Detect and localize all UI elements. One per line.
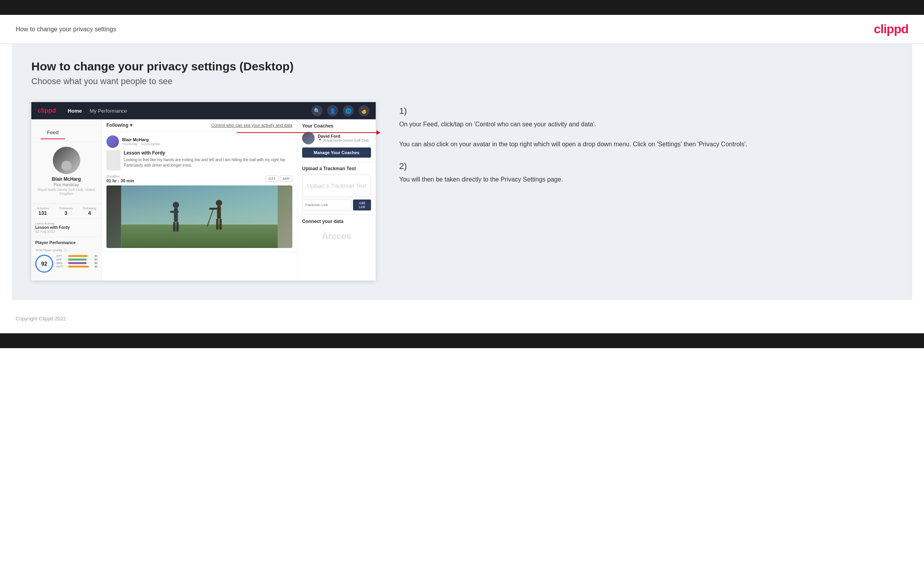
connect-section: Connect your data Arccos <box>297 215 376 249</box>
header: How to change your privacy settings clip… <box>0 15 924 44</box>
svg-rect-10 <box>216 219 219 230</box>
post-image <box>106 185 292 248</box>
nav-icons: 🔍 👤 🌐 🧑 <box>312 105 369 116</box>
quality-circle: 92 <box>35 255 53 273</box>
page-heading: How to change your privacy settings (Des… <box>31 60 893 73</box>
step2-text: You will then be taken directly to the P… <box>399 174 893 185</box>
trackman-input[interactable] <box>302 200 351 210</box>
red-arrow-line <box>237 132 377 133</box>
bar-arg: ARG 86 <box>56 262 97 264</box>
copyright: Copyright Clippd 2022 <box>16 316 66 322</box>
app-feed: Following ▾ Control who can see your act… <box>102 119 297 280</box>
trackman-section: Upload a Trackman Test Upload a Trackman… <box>297 162 376 215</box>
trackman-link-box: Upload a Trackman Test <box>302 174 371 197</box>
tag-app: APP <box>280 176 292 182</box>
following-label: Following <box>83 207 96 210</box>
coaches-title: Your Coaches <box>302 123 371 129</box>
stat-followers: Followers 3 <box>59 207 72 216</box>
logo: clippd <box>874 22 908 36</box>
globe-icon[interactable]: 🌐 <box>343 105 354 116</box>
arccos-label: Arccos <box>302 227 371 245</box>
instruction-step-2: 2) You will then be taken directly to th… <box>399 161 893 185</box>
trackman-input-row: Add Link <box>302 200 371 210</box>
stats-row: Activities 131 Followers 3 Following 4 <box>31 204 101 219</box>
user-icon[interactable]: 👤 <box>327 105 338 116</box>
stat-activities: Activities 131 <box>36 207 49 216</box>
post-card: Blair McHarg Yesterday · Sunningdale Les… <box>102 131 297 252</box>
post-user-name: Blair McHarg <box>122 137 160 142</box>
app-logo-mock: clippd <box>38 107 56 114</box>
duration-row: Duration 01 hr : 30 min OTT APP <box>106 174 292 183</box>
latest-activity-date: 03 Aug 2022 <box>35 230 97 234</box>
trackman-title: Upload a Trackman Test <box>302 166 371 171</box>
avatar <box>53 147 80 174</box>
post-description: Looking to feel like my hands are exitin… <box>124 157 292 168</box>
followers-value: 3 <box>59 210 72 216</box>
user-name: Blair McHarg <box>35 176 97 182</box>
coach-avatar <box>302 132 315 144</box>
svg-rect-4 <box>170 211 179 213</box>
app-body: Feed Blair McHarg Plus Handicap Royal No… <box>31 119 376 280</box>
step1-number: 1) <box>399 106 893 116</box>
following-button[interactable]: Following ▾ <box>106 122 132 128</box>
following-bar: Following ▾ Control who can see your act… <box>102 119 297 131</box>
svg-rect-3 <box>174 208 178 222</box>
avatar-circle <box>61 161 72 171</box>
step1-text: On your Feed, click/tap on 'Control who … <box>399 119 893 149</box>
top-bar <box>0 0 924 15</box>
coach-club: 📍 Royal North Devon Golf Club <box>318 138 369 142</box>
following-value: 4 <box>83 210 96 216</box>
tag-ott: OTT <box>266 176 278 182</box>
instructions-panel: 1) On your Feed, click/tap on 'Control w… <box>391 102 893 196</box>
post-avatar <box>106 135 119 148</box>
app-right-panel: Your Coaches David Ford 📍 Royal North De… <box>297 119 376 280</box>
activities-value: 131 <box>36 210 49 216</box>
stat-following: Following 4 <box>83 207 96 216</box>
nav-home[interactable]: Home <box>68 108 82 114</box>
user-profile: Blair McHarg Plus Handicap Royal North D… <box>31 142 101 204</box>
svg-rect-11 <box>220 219 222 230</box>
svg-rect-1 <box>121 225 278 248</box>
quality-bars: OTT 90 APP 85 <box>56 255 97 269</box>
user-badge: Plus Handicap <box>35 183 97 187</box>
svg-point-2 <box>173 202 179 208</box>
golf-scene-svg <box>106 185 292 248</box>
control-privacy-link[interactable]: Control who can see your activity and da… <box>211 123 292 128</box>
player-performance: Player Performance Total Player Quality … <box>31 237 101 276</box>
quality-row: 92 OTT 90 APP <box>35 255 97 273</box>
user-club: Royal North Devon Golf Club, United King… <box>35 188 97 196</box>
app-screenshot: clippd Home My Performance 🔍 👤 🌐 🧑 <box>31 102 376 280</box>
page-subheading: Choose what you want people to see <box>31 76 893 86</box>
svg-point-7 <box>216 200 222 206</box>
coach-name: David Ford <box>318 134 369 138</box>
bar-putt: PUTT 96 <box>56 265 97 268</box>
footer: Copyright Clippd 2022 <box>0 308 924 333</box>
add-link-button[interactable]: Add Link <box>353 200 371 210</box>
post-date: Yesterday · Sunningdale <box>122 142 160 146</box>
header-title: How to change your privacy settings <box>16 26 116 33</box>
connect-title: Connect your data <box>302 219 371 224</box>
search-icon[interactable]: 🔍 <box>312 105 322 116</box>
latest-activity: Latest Activity Lesson with Fordy 03 Aug… <box>31 219 101 237</box>
manage-coaches-button[interactable]: Manage Your Coaches <box>302 147 371 158</box>
latest-activity-name: Lesson with Fordy <box>35 225 97 230</box>
svg-rect-5 <box>173 222 176 232</box>
screenshot-wrapper: clippd Home My Performance 🔍 👤 🌐 🧑 <box>31 102 376 280</box>
bar-app: APP 85 <box>56 258 97 261</box>
svg-rect-6 <box>177 222 179 232</box>
content-row: clippd Home My Performance 🔍 👤 🌐 🧑 <box>31 102 893 280</box>
main-content: How to change your privacy settings (Des… <box>12 44 912 300</box>
app-nav: clippd Home My Performance 🔍 👤 🌐 🧑 <box>31 102 376 119</box>
instruction-step-1: 1) On your Feed, click/tap on 'Control w… <box>399 106 893 149</box>
avatar-icon[interactable]: 🧑 <box>358 105 369 116</box>
coaches-section: Your Coaches David Ford 📍 Royal North De… <box>297 119 376 162</box>
followers-label: Followers <box>59 207 72 210</box>
feed-tab[interactable]: Feed <box>41 126 65 139</box>
step2-number: 2) <box>399 161 893 171</box>
nav-my-performance[interactable]: My Performance <box>90 108 127 114</box>
duration-label: Duration <box>106 174 134 178</box>
post-header: Blair McHarg Yesterday · Sunningdale <box>106 135 292 148</box>
latest-activity-label: Latest Activity <box>35 222 97 225</box>
perf-title: Player Performance <box>35 240 97 245</box>
coach-item: David Ford 📍 Royal North Devon Golf Club <box>302 132 371 144</box>
